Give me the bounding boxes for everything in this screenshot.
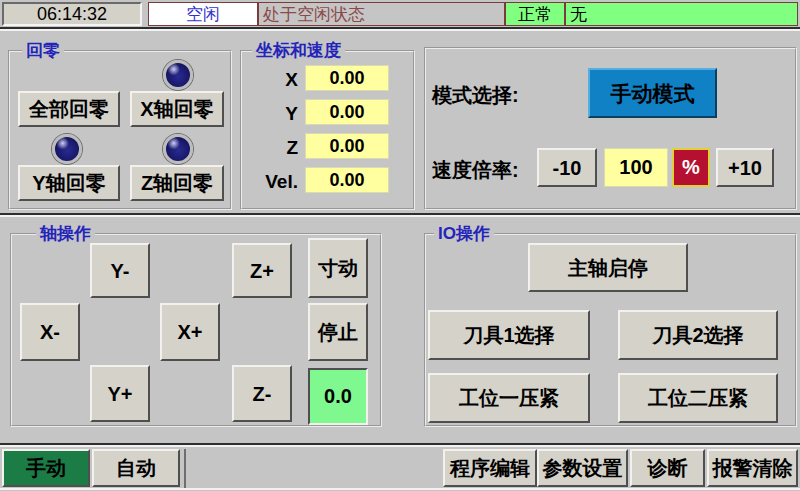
override-minus-button[interactable]: -10 <box>537 148 597 187</box>
tab-separator <box>184 449 186 488</box>
tab-auto[interactable]: 自动 <box>92 449 180 487</box>
jog-y-plus-button[interactable]: Y+ <box>90 365 150 422</box>
home-x-button[interactable]: X轴回零 <box>130 91 224 127</box>
jog-x-minus-button[interactable]: X- <box>20 303 80 361</box>
jog-z-minus-button[interactable]: Z- <box>232 365 292 422</box>
coord-label-vel: Vel. <box>243 171 298 193</box>
x-home-led-icon <box>163 60 193 90</box>
alarm-clear-button[interactable]: 报警清除 <box>707 449 798 487</box>
coord-value-y: 0.00 <box>305 99 389 125</box>
coord-label-y: Y <box>243 103 298 125</box>
override-percent-badge: % <box>672 148 710 187</box>
y-home-led-icon <box>52 134 82 164</box>
coord-label-x: X <box>243 69 298 91</box>
clock-display: 06:14:32 <box>2 2 142 26</box>
override-plus-button[interactable]: +10 <box>716 148 774 187</box>
home-all-button[interactable]: 全部回零 <box>18 91 120 127</box>
screen-bottom-edge <box>0 488 800 490</box>
station2-clamp-button[interactable]: 工位二压紧 <box>618 373 778 423</box>
home-z-button[interactable]: Z轴回零 <box>130 165 224 201</box>
tool2-select-button[interactable]: 刀具2选择 <box>618 310 778 360</box>
tool1-select-button[interactable]: 刀具1选择 <box>428 310 590 360</box>
coord-value-z: 0.00 <box>305 133 389 159</box>
override-value: 100 <box>604 148 668 187</box>
home-y-button[interactable]: Y轴回零 <box>18 165 120 201</box>
health-status-badge: 正常 <box>505 2 565 26</box>
program-edit-button[interactable]: 程序编辑 <box>443 449 537 487</box>
top-divider-light <box>0 29 800 31</box>
jog-z-plus-button[interactable]: Z+ <box>232 243 292 298</box>
jog-x-plus-button[interactable]: X+ <box>160 303 220 361</box>
stop-button[interactable]: 停止 <box>308 303 368 361</box>
coords-group-title: 坐标和速度 <box>252 41 345 61</box>
diagnose-button[interactable]: 诊断 <box>630 449 705 487</box>
mid-divider-light <box>0 215 800 217</box>
jog-mode-button[interactable]: 寸动 <box>308 238 368 298</box>
tab-manual[interactable]: 手动 <box>2 449 90 487</box>
io-group-title: IO操作 <box>434 224 494 244</box>
override-label: 速度倍率: <box>432 157 519 184</box>
jog-step-value[interactable]: 0.0 <box>308 368 368 425</box>
axis-group-title: 轴操作 <box>36 224 95 244</box>
bottom-divider-light <box>0 445 800 447</box>
homing-group-title: 回零 <box>22 41 64 61</box>
z-home-led-icon <box>163 134 193 164</box>
coord-label-z: Z <box>243 137 298 159</box>
coord-value-x: 0.00 <box>305 65 389 91</box>
status-message: 处于空闲状态 <box>258 2 505 26</box>
spindle-toggle-button[interactable]: 主轴启停 <box>528 243 688 292</box>
station1-clamp-button[interactable]: 工位一压紧 <box>428 373 590 423</box>
mode-button[interactable]: 手动模式 <box>588 68 717 118</box>
coord-value-vel: 0.00 <box>305 167 389 193</box>
param-settings-button[interactable]: 参数设置 <box>537 449 628 487</box>
mode-select-label: 模式选择: <box>432 82 519 109</box>
jog-y-minus-button[interactable]: Y- <box>90 243 150 298</box>
machine-state-badge: 空闲 <box>148 2 258 26</box>
alarm-text: 无 <box>565 2 798 26</box>
